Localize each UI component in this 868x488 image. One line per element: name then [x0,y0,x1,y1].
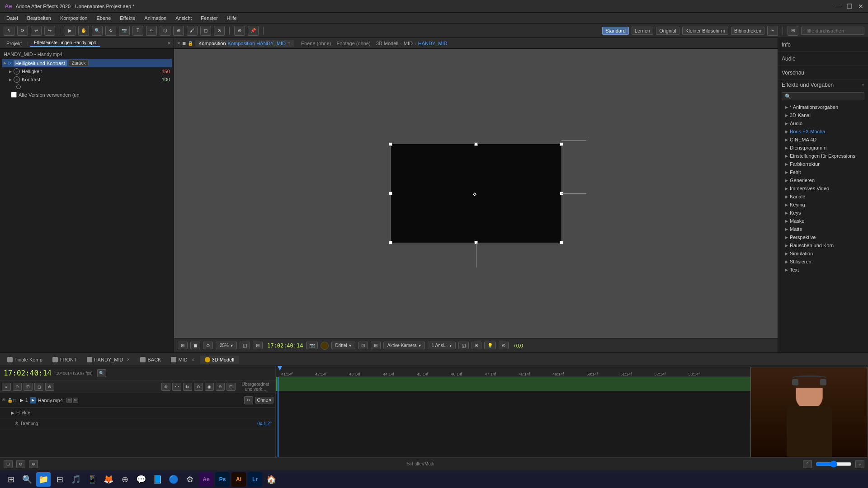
vc-preview[interactable]: ◼ [190,342,200,349]
workspace-original[interactable]: Original [656,27,679,35]
taskbar-circle[interactable]: ⊕ [118,472,132,487]
tool-rotate[interactable]: ↻ [105,26,116,36]
tl-tab-front[interactable]: FRONT [48,356,81,364]
expand-icon-hk[interactable]: ▶ [4,61,6,65]
vc-quality[interactable]: ⊞ [371,342,381,349]
expand-icon-kontrast[interactable]: ▶ [9,78,12,82]
vc-camera[interactable]: Aktive Kamera ▾ [383,342,425,349]
layer1-mode-dropdown[interactable]: Ohne ▾ [255,397,274,404]
effects-item-19[interactable]: ▶Stilisieren [778,258,868,266]
fx-item-kontrast[interactable]: ▶ ○ Kontrast 100 [2,75,172,84]
effects-item-12[interactable]: ▶Keying [778,201,868,209]
effects-menu-icon[interactable]: ≡ [862,82,864,88]
workspace-kleiner[interactable]: Kleiner Bildschirm [682,27,728,35]
fx-item-hell[interactable]: ▶ ○ Helligkeit -150 [2,67,172,75]
tl-footer-icon1[interactable]: ⊡ [4,460,13,468]
effects-item-10[interactable]: ▶Immersives Video [778,184,868,192]
effects-item-4[interactable]: ▶CINEMA 4D [778,136,868,144]
tool-paint[interactable]: 🖌 [187,26,198,36]
workspace-standard[interactable]: Standard [602,27,629,35]
effects-item-18[interactable]: ▶Simulation [778,249,868,258]
tab-komposition[interactable]: Komposition Komposition HANDY_MID ≡ [195,40,294,47]
expand-icon-hell[interactable]: ▶ [9,70,12,74]
taskbar-messenger[interactable]: 💬 [134,472,148,487]
vc-render[interactable]: ⊙ [499,342,509,349]
taskbar-facebook[interactable]: 📘 [150,472,165,487]
effects-item-15[interactable]: ▶Matte [778,225,868,233]
effects-item-11[interactable]: ▶Kanäle [778,192,868,201]
zurück-btn[interactable]: Zurück [69,60,89,66]
layer1-name[interactable]: Handy.mp4 [38,398,63,403]
tool-clone[interactable]: ⊕ [173,26,184,36]
tool-arrow2[interactable]: ⟳ [17,26,28,36]
tl-tab-3dmodell[interactable]: 3D Modell [200,356,239,364]
taskbar-explorer[interactable]: 📁 [36,472,51,487]
tool-hand[interactable]: ✋ [78,26,89,36]
effects-item-17[interactable]: ▶Rauschen und Korn [778,241,868,249]
effects-item-9[interactable]: ▶Generieren [778,176,868,184]
tl-icon3[interactable]: ⊞ [24,383,33,391]
fx-item-hk[interactable]: ▶ fx Helligkeit und Kontrast Zurück [2,59,172,67]
handle-tl[interactable] [389,142,392,146]
alte-version-checkbox[interactable] [11,92,17,98]
taskbar-windows[interactable]: ⊞ [4,472,18,487]
tool-roto[interactable]: ⊗ [214,26,225,36]
expand-effekte[interactable]: ▶ [11,410,14,415]
vc-view-mode[interactable]: Drittel ▾ [331,342,355,349]
layer1-parent-icon[interactable]: ⊙ [244,396,253,404]
workspace-bibliotheken[interactable]: Bibliotheken [731,27,764,35]
taskbar-ai[interactable]: Ai [231,472,246,487]
tool-undo[interactable]: ↩ [31,26,42,36]
taskbar-blue[interactable]: 🔵 [166,472,181,487]
vc-snap[interactable]: ⊙ [203,342,213,349]
tool-shape[interactable]: ⬡ [160,26,170,36]
tl-col-icon6[interactable]: ⊕ [161,383,170,391]
vc-grid2[interactable]: ⊟ [253,342,263,349]
tl-search-btn[interactable]: 🔍 [97,369,106,377]
tool-select[interactable]: ▶ [65,26,75,36]
effects-item-1[interactable]: ▶3D-Kanal [778,111,868,119]
minimize-btn[interactable]: — [835,3,841,10]
tl-footer-zoom-out[interactable]: ⌃ [803,460,812,468]
tool-pen[interactable]: ✏ [146,26,157,36]
tl-col-icon12[interactable]: ⊟ [226,383,236,391]
taskbar-media[interactable]: 🎵 [69,472,83,487]
comp-close[interactable]: ✕ [177,41,180,46]
bc-handymid[interactable]: HANDY_MID [418,41,448,46]
effects-item-6[interactable]: ▶Einstellungen für Expressions [778,152,868,160]
search-icon[interactable]: ⊞ [788,26,798,36]
tl-footer-icon3[interactable]: ⊕ [29,460,38,468]
workspace-lernen[interactable]: Lernen [632,27,653,35]
layer1-shy[interactable]: ◻ [13,398,16,403]
taskbar-search[interactable]: 🔍 [20,472,34,487]
effects-item-20[interactable]: ▶Text [778,266,868,274]
bc-mid[interactable]: MID [404,41,413,46]
menu-bearbeiten[interactable]: Bearbeiten [24,14,55,22]
effects-item-13[interactable]: ▶Keys [778,209,868,217]
handle-tc[interactable] [474,142,478,146]
tl-icon4[interactable]: ◻ [34,383,43,391]
menu-ansicht[interactable]: Ansicht [172,14,195,22]
vc-ruler[interactable]: ◱ [240,342,250,349]
comp-frame[interactable]: ⋄ [390,144,562,243]
menu-effekte[interactable]: Effekte [116,14,139,22]
close-btn[interactable]: ✕ [858,3,863,10]
vc-lights[interactable]: 💡 [484,342,496,349]
vc-comp-options[interactable]: ◱ [458,342,469,349]
effects-item-3[interactable]: ▶Boris FX Mocha [778,127,868,136]
layer-tab[interactable]: Ebene (ohne) [301,41,331,46]
taskbar-phone[interactable]: 📱 [85,472,99,487]
effects-item-8[interactable]: ▶Fehlt [778,168,868,176]
tl-footer-icon2[interactable]: ⊙ [16,460,25,468]
tl-icon1[interactable]: ≡ [2,383,11,391]
tool-eraser[interactable]: ◻ [200,26,211,36]
effects-item-7[interactable]: ▶Farbkorrektur [778,160,868,168]
tl-icon5[interactable]: ⊗ [45,383,54,391]
handle-ml[interactable] [389,192,392,195]
tool-arrow[interactable]: ↖ [4,26,14,36]
effects-item-14[interactable]: ▶Maske [778,217,868,225]
tl-footer-zoom-in[interactable]: ⌄ [855,460,864,468]
taskbar-lr[interactable]: Lr [248,472,262,487]
tool-redo[interactable]: ↪ [44,26,55,36]
tl-tab-finale[interactable]: Finale Komp [3,356,47,364]
